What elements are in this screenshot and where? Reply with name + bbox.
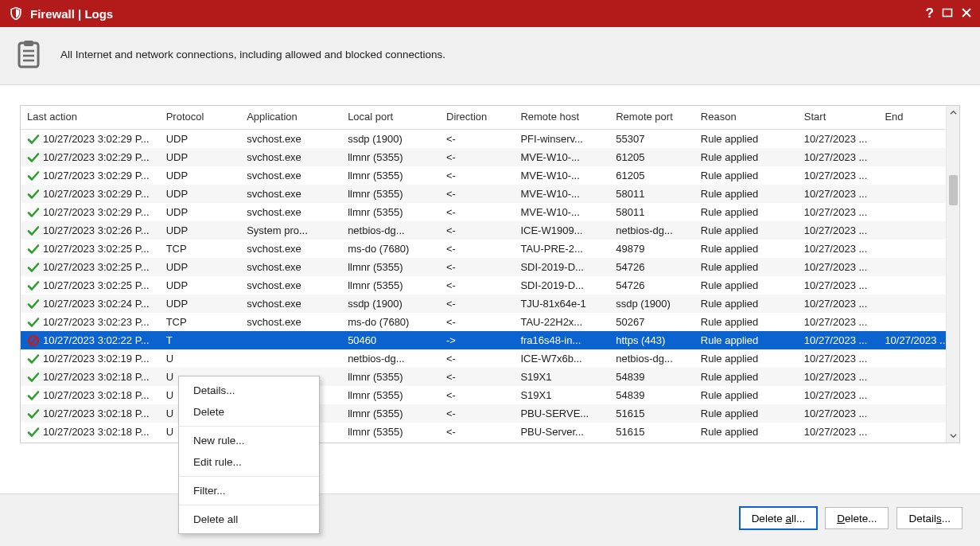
cell-start: 10/27/2023 ...: [798, 258, 879, 276]
col-application[interactable]: Application: [240, 106, 341, 130]
subheader: All Internet and network connections, in…: [0, 27, 980, 85]
scroll-down-arrow[interactable]: [947, 429, 959, 443]
cell-last-action: 10/27/2023 3:02:26 P...: [43, 223, 150, 238]
table-row[interactable]: 10/27/2023 3:02:18 P...Ullmnr (5355)<-S1…: [21, 368, 959, 386]
cell-start: 10/27/2023 ...: [798, 240, 879, 258]
table-row[interactable]: 10/27/2023 3:02:29 P...UDPsvchost.exellm…: [21, 166, 959, 185]
table-row[interactable]: 10/27/2023 3:02:22 P...T50460->fra16s48-…: [21, 331, 959, 349]
cell-local-port: llmnr (5355): [341, 276, 440, 294]
menu-separator-3: [179, 505, 319, 505]
col-start[interactable]: Start: [798, 106, 879, 130]
menu-delete-all[interactable]: Delete all: [179, 509, 319, 530]
cell-protocol: UDP: [160, 185, 241, 203]
cell-remote-host: ICE-W7x6b...: [514, 349, 609, 368]
scroll-up-arrow[interactable]: [947, 106, 959, 119]
cell-remote-port: netbios-dg...: [609, 221, 694, 240]
col-reason[interactable]: Reason: [694, 106, 798, 130]
col-direction[interactable]: Direction: [440, 106, 514, 130]
table-row[interactable]: 10/27/2023 3:02:25 P...UDPsvchost.exellm…: [21, 258, 959, 276]
cell-direction: <-: [440, 203, 514, 221]
col-protocol[interactable]: Protocol: [160, 106, 241, 130]
cell-remote-host: MVE-W10-...: [514, 148, 609, 166]
table-row[interactable]: 10/27/2023 3:02:29 P...UDPsvchost.exellm…: [21, 203, 959, 221]
allow-icon: [27, 243, 40, 255]
delete-button[interactable]: Delete...: [825, 507, 889, 529]
menu-edit-rule[interactable]: Edit rule...: [179, 451, 319, 473]
cell-remote-port: 54726: [609, 276, 694, 294]
allow-icon: [27, 389, 40, 402]
cell-direction: <-: [440, 276, 514, 294]
svg-line-7: [30, 337, 37, 343]
maximize-icon[interactable]: [942, 7, 953, 21]
cell-direction: <-: [440, 221, 514, 240]
allow-icon: [27, 206, 40, 219]
cell-remote-host: SDI-2019-D...: [514, 276, 609, 294]
cell-remote-host: SDI-2019-D...: [514, 258, 609, 276]
cell-remote-host: S19X1: [514, 368, 609, 386]
cell-remote-host: ICE-W1909...: [514, 221, 609, 240]
table-header-row[interactable]: Last action Protocol Application Local p…: [21, 106, 959, 130]
cell-last-action: 10/27/2023 3:02:29 P...: [43, 131, 150, 146]
cell-reason: Rule applied: [694, 276, 798, 294]
cell-start: 10/27/2023 ...: [798, 185, 879, 203]
menu-filter[interactable]: Filter...: [179, 480, 319, 501]
cell-application: svchost.exe: [240, 294, 341, 313]
menu-new-rule[interactable]: New rule...: [179, 430, 319, 451]
table-row[interactable]: 10/27/2023 3:02:25 P...UDPsvchost.exellm…: [21, 276, 959, 294]
table-row[interactable]: 10/27/2023 3:02:29 P...UDPsvchost.exellm…: [21, 148, 959, 166]
col-remote-host[interactable]: Remote host: [514, 106, 609, 130]
cell-direction: <-: [440, 404, 514, 423]
table-row[interactable]: 10/27/2023 3:02:29 P...UDPsvchost.exessd…: [21, 130, 959, 149]
cell-remote-host: TJU-81x64e-1: [514, 294, 609, 313]
vertical-scrollbar[interactable]: [946, 106, 959, 443]
table-row[interactable]: 10/27/2023 3:02:24 P...UDPsvchost.exessd…: [21, 294, 959, 313]
cell-remote-port: netbios-dg...: [609, 349, 694, 368]
cell-remote-port: 50267: [609, 313, 694, 331]
cell-remote-port: 55307: [609, 130, 694, 149]
cell-remote-host: S19X1: [514, 386, 609, 404]
delete-all-button[interactable]: Delete all...: [740, 507, 818, 529]
svg-rect-2: [24, 41, 33, 46]
table-row[interactable]: 10/27/2023 3:02:19 P...Unetbios-dg...<-I…: [21, 349, 959, 368]
scroll-thumb[interactable]: [949, 175, 958, 205]
cell-last-action: 10/27/2023 3:02:22 P...: [43, 333, 150, 348]
table-row[interactable]: 10/27/2023 3:02:18 P...Ullmnr (5355)<-PB…: [21, 423, 959, 441]
menu-details[interactable]: Details...: [179, 380, 319, 401]
menu-delete[interactable]: Delete: [179, 401, 319, 423]
table-row[interactable]: 10/27/2023 3:02:18 P...Ullmnr (5355)<-PB…: [21, 404, 959, 423]
allow-icon: [27, 298, 40, 310]
col-local-port[interactable]: Local port: [341, 106, 440, 130]
cell-protocol: UDP: [160, 203, 241, 221]
details-button[interactable]: Details...: [896, 507, 962, 529]
table-row[interactable]: 10/27/2023 3:02:29 P...UDPsvchost.exellm…: [21, 185, 959, 203]
close-icon[interactable]: [961, 7, 972, 21]
cell-start: 10/27/2023 ...: [798, 221, 879, 240]
cell-direction: <-: [440, 386, 514, 404]
cell-local-port: llmnr (5355): [341, 258, 440, 276]
help-icon[interactable]: ?: [926, 6, 934, 21]
cell-application: svchost.exe: [240, 203, 341, 221]
cell-application: svchost.exe: [240, 166, 341, 185]
allow-icon: [27, 133, 40, 146]
cell-reason: Rule applied: [694, 166, 798, 185]
col-remote-port[interactable]: Remote port: [609, 106, 694, 130]
table-row[interactable]: 10/27/2023 3:02:25 P...TCPsvchost.exems-…: [21, 240, 959, 258]
cell-reason: Rule applied: [694, 185, 798, 203]
cell-start: 10/27/2023 ...: [798, 294, 879, 313]
cell-local-port: llmnr (5355): [341, 404, 440, 423]
table-row[interactable]: 10/27/2023 3:02:23 P...TCPsvchost.exems-…: [21, 313, 959, 331]
table-row[interactable]: 10/27/2023 3:02:18 P...Ullmnr (5355)<-S1…: [21, 386, 959, 404]
cell-remote-port: 61205: [609, 148, 694, 166]
cell-application: svchost.exe: [240, 258, 341, 276]
cell-protocol: TCP: [160, 313, 241, 331]
cell-remote-host: TAU-22H2x...: [514, 313, 609, 331]
cell-local-port: llmnr (5355): [341, 423, 440, 441]
cell-protocol: UDP: [160, 221, 241, 240]
cell-reason: Rule applied: [694, 221, 798, 240]
cell-last-action: 10/27/2023 3:02:18 P...: [43, 369, 150, 384]
cell-remote-port: 51615: [609, 404, 694, 423]
table-row[interactable]: 10/27/2023 3:02:26 P...UDPSystem pro...n…: [21, 221, 959, 240]
cell-reason: Rule applied: [694, 130, 798, 149]
col-last-action[interactable]: Last action: [21, 106, 160, 130]
cell-remote-host: PFI-winserv...: [514, 130, 609, 149]
